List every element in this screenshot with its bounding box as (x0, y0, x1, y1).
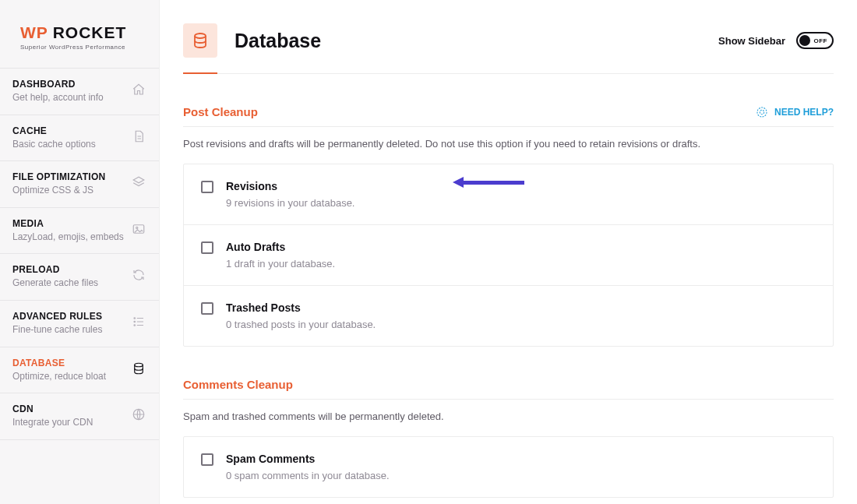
logo-tagline: Superior WordPress Performance (20, 44, 143, 51)
svg-point-3 (134, 321, 136, 322)
home-icon (131, 82, 146, 97)
sidebar-item-label: FILE OPTIMIZATION (12, 171, 106, 182)
sidebar-item-advanced-rules[interactable]: ADVANCED RULES Fine-tune cache rules (0, 300, 159, 347)
sidebar-item-desc: LazyLoad, emojis, embeds (12, 231, 124, 244)
sidebar-item-label: CACHE (12, 125, 96, 136)
sidebar-item-desc: Get help, account info (12, 92, 104, 104)
need-help-label: NEED HELP? (774, 107, 834, 118)
sidebar-item-desc: Optimize CSS & JS (12, 185, 106, 197)
logo-rocket: ROCKET (53, 23, 127, 41)
option-title: Trashed Posts (226, 301, 376, 314)
option-title: Revisions (226, 180, 354, 192)
sidebar-item-desc: Fine-tune cache rules (12, 324, 102, 337)
database-header-icon (183, 23, 217, 58)
svg-point-2 (134, 318, 136, 319)
section-title: Post Cleanup (183, 105, 258, 118)
page-header: Database Show Sidebar OFF (183, 23, 834, 74)
option-title: Auto Drafts (226, 241, 335, 253)
section-post-cleanup: Post Cleanup NEED HELP? Post revisions a… (183, 105, 834, 347)
svg-point-8 (757, 107, 767, 117)
brand-logo: WP ROCKET Superior WordPress Performance (0, 0, 159, 68)
annotation-arrow (453, 177, 524, 188)
checkbox-auto-drafts[interactable] (201, 241, 213, 254)
sidebar-item-desc: Generate cache files (12, 277, 98, 290)
list-icon (131, 314, 146, 330)
comments-cleanup-options: Spam Comments 0 spam comments in your da… (183, 436, 834, 498)
lifesaver-icon (756, 106, 768, 118)
section-sub: Spam and trashed comments will be perman… (183, 411, 834, 422)
show-sidebar-toggle[interactable]: OFF (796, 32, 834, 49)
toggle-knob (799, 35, 810, 46)
option-desc: 9 revisions in your database. (226, 197, 354, 209)
svg-point-7 (195, 33, 206, 38)
checkbox-spam-comments[interactable] (201, 453, 213, 466)
checkbox-revisions[interactable] (201, 181, 213, 193)
need-help-link[interactable]: NEED HELP? (756, 106, 834, 118)
option-desc: 0 trashed posts in your database. (226, 319, 376, 330)
show-sidebar-label: Show Sidebar (718, 35, 785, 47)
layers-icon (131, 174, 146, 190)
option-trashed-posts: Trashed Posts 0 trashed posts in your da… (184, 286, 833, 346)
document-icon (131, 129, 146, 144)
option-desc: 0 spam comments in your database. (226, 470, 390, 481)
sidebar-item-cache[interactable]: CACHE Basic cache options (0, 115, 159, 161)
globe-icon (131, 407, 146, 422)
page-title: Database (235, 30, 321, 52)
checkbox-trashed-posts[interactable] (201, 302, 213, 315)
refresh-icon (131, 267, 146, 283)
toggle-state: OFF (814, 37, 828, 44)
image-icon (131, 221, 146, 237)
sidebar-item-label: CDN (12, 404, 93, 414)
section-sub: Post revisions and drafts will be perman… (183, 138, 834, 150)
sidebar-item-desc: Optimize, reduce bloat (12, 371, 106, 383)
svg-point-4 (134, 325, 136, 326)
sidebar-item-database[interactable]: DATABASE Optimize, reduce bloat (0, 347, 159, 393)
section-comments-cleanup: Comments Cleanup Spam and trashed commen… (183, 378, 834, 498)
sidebar-item-label: PRELOAD (12, 264, 98, 275)
post-cleanup-options: Revisions 9 revisions in your database. … (183, 164, 834, 347)
sidebar-item-preload[interactable]: PRELOAD Generate cache files (0, 253, 159, 300)
sidebar-item-cdn[interactable]: CDN Integrate your CDN (0, 393, 159, 440)
option-revisions: Revisions 9 revisions in your database. (184, 164, 833, 225)
sidebar-item-label: DASHBOARD (12, 79, 104, 90)
sidebar-item-desc: Integrate your CDN (12, 417, 93, 429)
sidebar: WP ROCKET Superior WordPress Performance… (0, 0, 160, 504)
sidebar-item-label: MEDIA (12, 218, 124, 229)
sidebar-item-desc: Basic cache options (12, 139, 96, 151)
database-icon (131, 361, 146, 376)
logo-wp: WP (20, 23, 48, 41)
sidebar-item-dashboard[interactable]: DASHBOARD Get help, account info (0, 68, 159, 115)
option-title: Spam Comments (226, 453, 390, 465)
section-title: Comments Cleanup (183, 378, 293, 391)
option-spam-comments: Spam Comments 0 spam comments in your da… (184, 437, 833, 497)
option-desc: 1 draft in your database. (226, 258, 335, 270)
svg-point-5 (135, 363, 143, 367)
svg-point-1 (136, 227, 138, 228)
sidebar-item-file-optimization[interactable]: FILE OPTIMIZATION Optimize CSS & JS (0, 160, 159, 207)
svg-point-9 (760, 110, 764, 114)
option-auto-drafts: Auto Drafts 1 draft in your database. (184, 225, 833, 286)
main-content: Database Show Sidebar OFF Post Cleanup N… (160, 0, 857, 504)
sidebar-item-media[interactable]: MEDIA LazyLoad, emojis, embeds (0, 207, 159, 254)
sidebar-item-label: DATABASE (12, 358, 106, 368)
sidebar-item-label: ADVANCED RULES (12, 311, 102, 322)
